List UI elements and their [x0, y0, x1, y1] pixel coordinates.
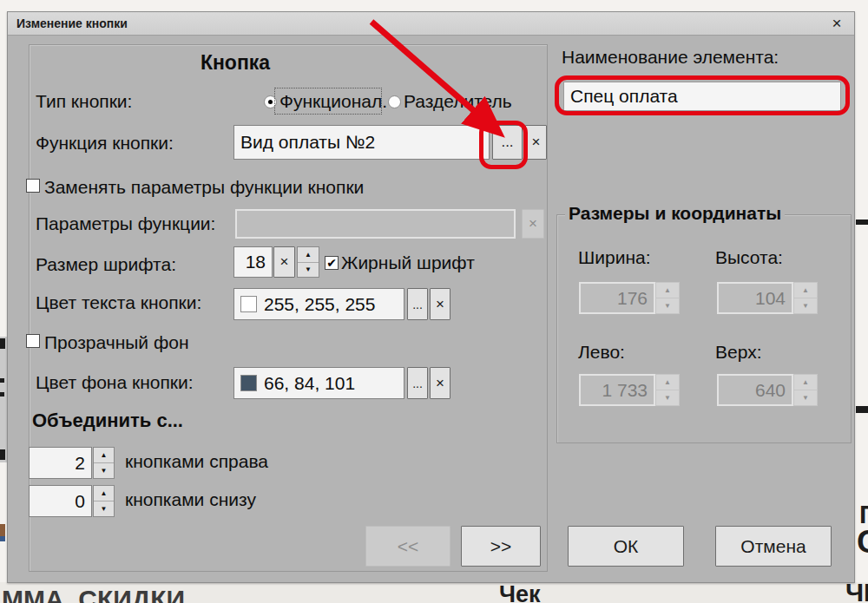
background-fragment: [0, 524, 5, 536]
element-name-input[interactable]: Спец оплата: [563, 82, 841, 111]
top-input: 640: [717, 374, 793, 406]
bg-color-label: Цвет фона кнопки:: [36, 372, 194, 393]
radio-functional-label[interactable]: Функционал.: [279, 91, 387, 112]
background-text-fragment: ММА. СКИДКИ: [2, 585, 185, 603]
merge-right-input[interactable]: 2: [29, 447, 92, 479]
next-button[interactable]: >>: [461, 526, 541, 567]
dialog-edit-button: Изменение кнопки × Кнопка Тип кнопки: Фу…: [7, 11, 855, 583]
background-fragment: [0, 392, 4, 397]
merge-bottom-label: кнопками снизу: [125, 489, 256, 510]
function-params-label: Параметры функции:: [36, 213, 215, 234]
size-coords-heading: Размеры и координаты: [565, 203, 785, 224]
background-fragment: [0, 449, 5, 460]
background-text-fragment: С: [857, 524, 868, 560]
stepper-up-icon[interactable]: ▲: [94, 486, 114, 501]
replace-params-label[interactable]: Заменять параметры функции кнопки: [44, 177, 364, 198]
width-label: Ширина:: [578, 247, 651, 268]
bg-color-value: 66, 84, 101: [264, 373, 355, 394]
height-label: Высота:: [715, 247, 783, 268]
stepper-up-icon[interactable]: ▲: [298, 247, 319, 263]
button-type-label: Тип кнопки:: [36, 91, 132, 112]
text-color-swatch: [240, 296, 257, 312]
font-size-stepper[interactable]: ▲ ▼: [297, 246, 319, 278]
left-stepper: ▲ ▼: [655, 374, 680, 406]
font-size-label: Размер шрифта:: [36, 254, 176, 275]
close-icon[interactable]: ×: [826, 14, 847, 33]
background-text-fragment: Чек: [499, 581, 541, 603]
button-function-input[interactable]: Вид оплаты №2: [233, 125, 490, 160]
background-fragment: [856, 406, 868, 413]
stepper-up-icon: ▲: [794, 375, 817, 390]
merge-right-stepper[interactable]: ▲ ▼: [93, 447, 115, 479]
merge-right-label: кнопками справа: [125, 451, 268, 472]
function-browse-button[interactable]: ...: [492, 125, 523, 160]
function-params-input: [235, 209, 516, 239]
dialog-title: Изменение кнопки: [8, 16, 128, 30]
text-color-label: Цвет текста кнопки:: [36, 292, 201, 313]
transparent-bg-checkbox[interactable]: [26, 334, 40, 348]
height-stepper: ▲ ▼: [793, 282, 818, 314]
stepper-down-icon: ▼: [794, 390, 817, 405]
radio-separator-label[interactable]: Разделитель: [404, 91, 512, 112]
bold-font-label[interactable]: Жирный шрифт: [341, 252, 475, 273]
stepper-down-icon[interactable]: ▼: [94, 463, 114, 478]
background-fragment: [0, 337, 7, 462]
prev-button: <<: [365, 526, 450, 567]
height-input: 104: [717, 282, 793, 314]
dialog-titlebar[interactable]: Изменение кнопки: [8, 12, 854, 36]
merge-bottom-stepper[interactable]: ▲ ▼: [93, 485, 115, 517]
background-fragment: [856, 220, 868, 225]
stepper-up-icon: ▲: [656, 283, 679, 298]
transparent-bg-label[interactable]: Прозрачный фон: [44, 332, 189, 353]
background-fragment: [0, 378, 4, 383]
top-label: Верх:: [715, 342, 761, 363]
top-stepper: ▲ ▼: [793, 374, 818, 406]
panel-heading: Кнопка: [166, 51, 305, 75]
button-function-label: Функция кнопки:: [36, 133, 174, 154]
width-input: 176: [579, 282, 655, 314]
screen: ММА. СКИДКИ Чек ЧЕ П С Изменение кнопки …: [0, 0, 868, 603]
font-size-clear-button[interactable]: ×: [273, 246, 295, 278]
left-input: 1 733: [579, 374, 655, 406]
bg-color-clear-button[interactable]: ×: [430, 367, 450, 399]
replace-params-checkbox[interactable]: [26, 179, 40, 193]
background-fragment: [0, 338, 5, 349]
stepper-down-icon[interactable]: ▼: [94, 501, 114, 516]
function-clear-button[interactable]: ×: [525, 125, 547, 160]
stepper-up-icon: ▲: [794, 283, 817, 298]
radio-separator[interactable]: [388, 95, 401, 108]
text-color-browse-button[interactable]: ...: [407, 288, 428, 320]
stepper-up-icon: ▲: [656, 375, 679, 390]
bold-font-checkbox[interactable]: ✔: [325, 256, 339, 270]
cancel-button[interactable]: Отмена: [715, 526, 832, 567]
text-color-value: 255, 255, 255: [264, 294, 375, 315]
bg-color-swatch: [240, 375, 257, 391]
bg-color-browse-button[interactable]: ...: [407, 367, 428, 399]
font-size-input[interactable]: 18: [233, 246, 273, 278]
text-color-field[interactable]: 255, 255, 255: [233, 288, 404, 320]
element-name-label: Наименование элемента:: [562, 47, 779, 68]
bg-color-field[interactable]: 66, 84, 101: [233, 367, 404, 399]
text-color-clear-button[interactable]: ×: [430, 288, 450, 320]
merge-bottom-input[interactable]: 0: [29, 485, 92, 517]
stepper-down-icon: ▼: [794, 298, 817, 313]
params-clear-button: ×: [522, 209, 544, 239]
stepper-up-icon[interactable]: ▲: [94, 448, 114, 463]
ok-button[interactable]: ОК: [568, 526, 684, 567]
left-label: Лево:: [578, 342, 625, 363]
width-stepper: ▲ ▼: [655, 282, 680, 314]
radio-selected-dot: [268, 100, 273, 104]
stepper-down-icon[interactable]: ▼: [298, 263, 319, 278]
background-fragment: [0, 536, 5, 541]
stepper-down-icon: ▼: [656, 298, 679, 313]
merge-heading: Объединить с...: [32, 410, 183, 432]
stepper-down-icon: ▼: [656, 390, 679, 405]
